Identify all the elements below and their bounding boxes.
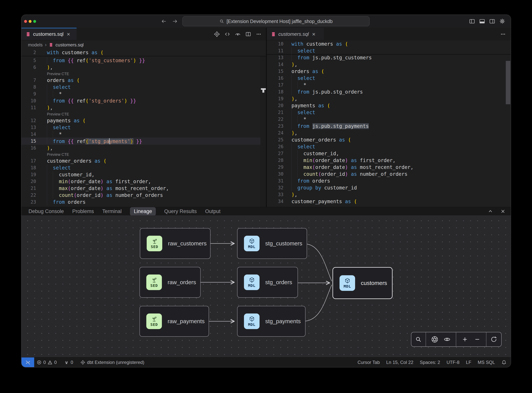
tab-close-icon[interactable]: × [67, 31, 70, 37]
code-line-13[interactable]: 13 select [21, 124, 266, 131]
layout-sidebar-left-icon[interactable] [469, 18, 475, 24]
code-line-29[interactable]: 29 max(order_date) as most_recent_order, [267, 164, 511, 171]
macos-zoom-button[interactable] [33, 20, 36, 23]
layout-sidebar-right-icon[interactable] [489, 18, 495, 24]
refresh-icon[interactable] [490, 336, 497, 343]
code-line-27[interactable]: 27 customer_id, [267, 150, 511, 157]
code-line-10[interactable]: 10 from {{ ref('stg_orders') }} [21, 97, 266, 104]
code-line-9[interactable]: 9 * [21, 91, 266, 97]
problems-status[interactable]: 0 0 [37, 360, 57, 365]
code-line-18[interactable]: 18 from js.pub.stg_orders [267, 88, 511, 95]
code-line-33[interactable]: 33), [267, 191, 511, 198]
chevron-up-icon[interactable] [488, 208, 493, 214]
editor-right-compiled-sql[interactable]: 10with customers as (11 select 13 from j… [267, 40, 511, 207]
code-line-13[interactable]: 13 from js.pub.stg_customers [267, 54, 511, 61]
status-item-utf-8[interactable]: UTF-8 [446, 360, 460, 365]
command-center-search[interactable]: [Extension Development Host] jaffle_shop… [182, 16, 369, 26]
codelens-label[interactable]: Preview CTE [47, 152, 69, 157]
panel-tab-lineage[interactable]: Lineage [130, 207, 156, 216]
breadcrumb[interactable]: models › customers.sql [21, 40, 266, 49]
code-line-12[interactable]: 12payments as ( [21, 117, 266, 124]
dbt-star-icon[interactable] [214, 31, 220, 37]
panel-tab-terminal[interactable]: Terminal [102, 208, 122, 214]
lineage-node-stg_orders[interactable]: MDLstg_orders [237, 267, 298, 298]
remote-indicator[interactable] [21, 357, 34, 367]
code-line-21[interactable]: 21 max(order_date) as most_recent_order, [21, 185, 266, 192]
code-line-15[interactable]: 15orders as ( [267, 68, 511, 75]
tab-customers-sql-right[interactable]: customers.sql × [267, 28, 324, 40]
sticky-line-2[interactable]: 2with customers as ( [21, 49, 266, 56]
code-line-14[interactable]: 14), [267, 61, 511, 68]
ellipsis-icon[interactable] [256, 31, 262, 37]
code-line-32[interactable]: 32 group by customer_id [267, 184, 511, 191]
code-line-5[interactable]: 5 from {{ ref('stg_customers') }} [21, 57, 266, 64]
code-line-21[interactable]: 21 select [267, 109, 511, 116]
code-line-30[interactable]: 30 count(order_id) as number_of_orders [267, 171, 511, 177]
code-line-20[interactable]: 20 min(order_date) as first_order, [21, 178, 266, 185]
lineage-node-customers[interactable]: MDLcustomers [332, 267, 393, 299]
scrollbar-thumb[interactable] [506, 61, 510, 104]
code-line-19[interactable]: 19 customer_id, [21, 171, 266, 178]
lineage-node-stg_customers[interactable]: MDLstg_customers [237, 228, 307, 259]
editor-group-divider[interactable] [266, 28, 267, 207]
ellipsis-icon[interactable] [500, 31, 506, 37]
code-line-25[interactable]: 25customer_orders as ( [267, 136, 511, 143]
sticky-scroll-right[interactable]: 10with customers as (11 select [267, 40, 511, 54]
layout-panel-icon[interactable] [479, 18, 485, 24]
code-line-31[interactable]: 31 from orders [267, 177, 511, 184]
minus-icon[interactable] [474, 336, 481, 343]
codelens-label[interactable]: Preview CTE [47, 72, 69, 76]
dbt-extension-status[interactable]: dbt Extension (unregistered) [80, 360, 144, 365]
code-line-16[interactable]: 16), [21, 145, 266, 151]
macos-close-button[interactable] [24, 20, 27, 23]
codelens[interactable]: Preview CTE [21, 71, 266, 77]
code-line-22[interactable]: 22 count(order_id) as number_of_orders [21, 192, 266, 199]
code-line-17[interactable]: 17customer_orders as ( [21, 157, 266, 164]
sticky-scroll-left[interactable]: 2with customers as ( [21, 49, 266, 56]
code-line-26[interactable]: 26 select [267, 143, 511, 150]
panel-tab-debug-console[interactable]: Debug Console [29, 208, 64, 214]
status-item-spaces-2[interactable]: Spaces: 2 [420, 360, 440, 365]
lineage-canvas[interactable]: SEDraw_customersMDLstg_customersSEDraw_o… [21, 215, 511, 357]
editor-left-customers-sql[interactable]: models › customers.sql 2with customers a… [21, 40, 266, 207]
codelens[interactable]: Preview CTE [21, 111, 266, 117]
macos-minimize-button[interactable] [29, 20, 32, 23]
tab-customers-sql-left[interactable]: customers.sql × [21, 28, 77, 40]
preview-eye-icon[interactable] [235, 31, 241, 37]
lineage-node-raw_customers[interactable]: SEDraw_customers [140, 228, 211, 259]
sticky-line-11[interactable]: 11 select [267, 47, 511, 54]
bell-icon[interactable] [501, 360, 507, 365]
eye-icon[interactable] [444, 336, 451, 343]
code-line-23[interactable]: 23 from orders [21, 199, 266, 206]
code-line-7[interactable]: 7orders as ( [21, 77, 266, 84]
lineage-node-stg_payments[interactable]: MDLstg_payments [237, 306, 306, 337]
panel-tab-problems[interactable]: Problems [72, 208, 94, 214]
code-line-20[interactable]: 20payments as ( [267, 102, 511, 109]
code-line-6[interactable]: 6), [21, 64, 266, 71]
status-item-cursor-tab[interactable]: Cursor Tab [358, 360, 380, 365]
forward-icon[interactable] [172, 18, 178, 24]
plus-icon[interactable] [461, 336, 468, 343]
code-line-16[interactable]: 16 select [267, 75, 511, 82]
status-item-ln-15-col-22[interactable]: Ln 15, Col 22 [386, 360, 413, 365]
panel-tab-output[interactable]: Output [205, 208, 220, 214]
breadcrumb-folder[interactable]: models [28, 42, 43, 48]
code-line-11[interactable]: 11), [21, 104, 266, 111]
code-line-22[interactable]: 22 * [267, 116, 511, 123]
search-icon[interactable] [415, 336, 422, 343]
code-line-19[interactable]: 19), [267, 95, 511, 102]
back-icon[interactable] [161, 18, 167, 24]
lineage-node-raw_orders[interactable]: SEDraw_orders [139, 267, 201, 298]
gear-icon[interactable] [499, 18, 505, 24]
overview-ruler-left[interactable] [260, 49, 266, 207]
lineage-node-raw_payments[interactable]: SEDraw_payments [139, 306, 209, 337]
breadcrumb-file[interactable]: customers.sql [55, 42, 84, 48]
sticky-line-10[interactable]: 10with customers as ( [267, 40, 511, 47]
code-line-18[interactable]: 18 select [21, 164, 266, 171]
codelens[interactable]: Preview CTE [21, 151, 266, 157]
code-line-15[interactable]: 15 from {{ ref('stg_payments') }} [21, 138, 266, 145]
codelens-label[interactable]: Preview CTE [47, 112, 69, 116]
code-line-34[interactable]: 34customer_payments as ( [267, 198, 511, 205]
tab-close-icon[interactable]: × [312, 31, 315, 37]
code-line-14[interactable]: 14 * [21, 131, 266, 138]
